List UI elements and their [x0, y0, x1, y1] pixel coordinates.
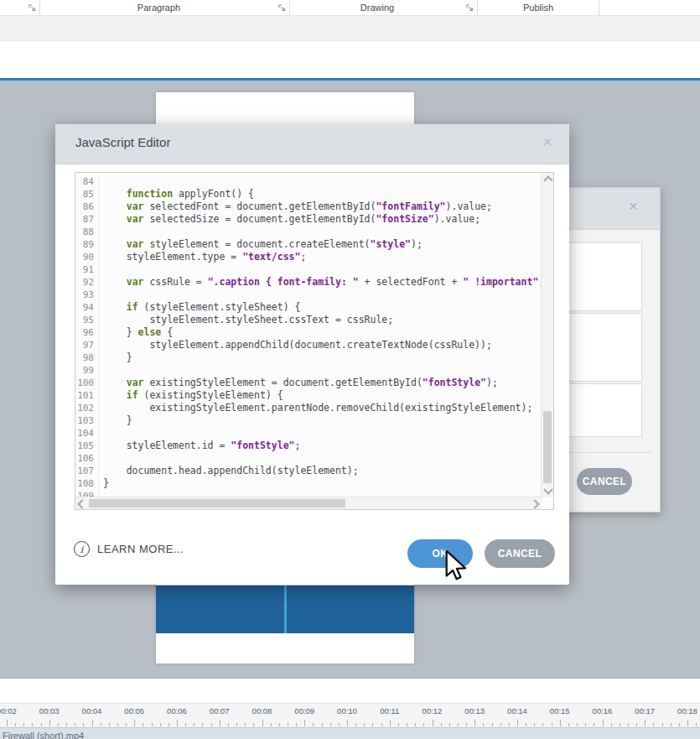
javascript-editor-dialog: JavaScript Editor × 84858687888990919293…	[55, 124, 569, 585]
ruler-tick	[423, 723, 424, 726]
ruler-tick	[645, 720, 646, 726]
ruler-time-label: 00:03	[39, 706, 60, 716]
ruler-tick	[500, 723, 501, 726]
ruler-tick	[679, 723, 680, 726]
code-scroll-area[interactable]: 8485868788899091929394959697989910010110…	[75, 173, 542, 497]
ruler-tick	[245, 723, 246, 726]
ruler-time-label: 00:06	[167, 706, 187, 716]
line-number: 101	[75, 389, 98, 402]
code-line	[103, 427, 542, 440]
scroll-left-icon[interactable]	[77, 499, 86, 508]
close-icon[interactable]: ×	[629, 198, 638, 214]
ruler-time-label: 00:10	[337, 706, 357, 716]
ruler-tick	[509, 723, 510, 726]
line-number: 91	[75, 263, 98, 276]
ruler-tick	[390, 720, 391, 726]
timeline-clip-label: Firewall (short).mp4	[3, 731, 84, 739]
line-number: 106	[75, 452, 98, 465]
line-number: 87	[75, 213, 98, 226]
ruler-tick	[433, 720, 433, 726]
dialog-launcher-icon[interactable]	[29, 4, 37, 13]
line-number: 86	[75, 200, 98, 213]
ruler-tick	[364, 723, 365, 726]
ruler-tick	[75, 723, 75, 726]
ruler-time-label: 00:16	[593, 706, 613, 716]
timeline-ruler[interactable]: 00:0200:0300:0400:0500:0600:0700:0800:09…	[0, 703, 700, 728]
code-line: var selectedSize = document.getElementBy…	[103, 213, 542, 226]
ruler-tick	[687, 720, 688, 726]
ribbon-group-drawing[interactable]: Drawing	[290, 0, 464, 15]
ruler-time-label: 00:11	[380, 706, 399, 716]
dialog-launcher-icon[interactable]	[466, 4, 474, 13]
ruler-time-label: 00:18	[677, 706, 697, 716]
ruler-tick	[560, 720, 561, 726]
close-icon[interactable]: ×	[542, 133, 552, 150]
ruler-tick	[101, 723, 101, 726]
horizontal-scroll-thumb[interactable]	[89, 499, 345, 507]
horizontal-scrollbar[interactable]	[75, 497, 542, 509]
ruler-tick	[92, 720, 93, 726]
code-line: styleElement.id = "fontStyle";	[103, 440, 542, 452]
scroll-right-icon[interactable]	[530, 499, 539, 508]
code-line	[103, 452, 542, 465]
ruler-tick	[594, 723, 594, 726]
code-line: var cssRule = ".caption { font-family: "…	[103, 276, 542, 289]
code-line: }	[103, 414, 542, 427]
ruler-tick	[415, 723, 416, 726]
vertical-scroll-thumb[interactable]	[543, 411, 552, 483]
ruler-tick	[279, 723, 280, 726]
ruler-time-label: 00:09	[294, 706, 314, 716]
scroll-down-icon[interactable]	[543, 485, 552, 494]
line-number: 94	[75, 301, 98, 314]
ruler-tick	[322, 723, 323, 726]
ruler-tick	[143, 723, 143, 726]
ruler-tick	[526, 723, 526, 726]
code-line: if (styleElement.styleSheet) {	[103, 301, 542, 314]
ruler-time-label: 00:14	[507, 706, 527, 716]
ruler-tick	[653, 723, 654, 726]
ruler-tick	[330, 723, 331, 726]
code-editor[interactable]: 8485868788899091929394959697989910010110…	[75, 172, 554, 510]
ruler-tick	[41, 723, 42, 726]
line-number: 93	[75, 289, 98, 301]
ruler-tick	[202, 723, 203, 726]
ruler-tick	[66, 723, 67, 726]
dialog-title: JavaScript Editor	[75, 135, 170, 149]
ruler-tick	[194, 723, 194, 726]
ruler-tick	[220, 720, 220, 726]
line-number: 84	[75, 175, 98, 188]
cancel-button[interactable]: CANCEL	[485, 539, 555, 568]
ruler-tick	[339, 723, 340, 726]
dialog-launcher-icon[interactable]	[278, 4, 287, 13]
code-line: }	[103, 477, 542, 490]
toolbar-band	[0, 41, 700, 78]
line-number: 107	[75, 465, 98, 477]
scroll-up-icon[interactable]	[543, 175, 552, 185]
cancel-button[interactable]: CANCEL	[577, 468, 632, 495]
info-icon: i	[74, 541, 90, 557]
ruler-tick	[603, 720, 604, 726]
code-line: var selectedFont = document.getElementBy…	[103, 200, 542, 213]
line-number: 90	[75, 251, 98, 263]
ruler-time-label: 00:05	[124, 706, 144, 716]
timeline-track[interactable]: Firewall (short).mp4	[0, 727, 700, 739]
ruler-tick	[49, 720, 50, 726]
ruler-tick	[474, 720, 475, 726]
ruler-tick	[262, 720, 263, 726]
learn-more-link[interactable]: i LEARN MORE...	[74, 541, 184, 557]
code-lines[interactable]: function applyFont() { var selectedFont …	[99, 173, 542, 497]
ruler-tick	[83, 723, 84, 726]
ribbon-group-publish[interactable]: Publish	[478, 0, 599, 15]
ruler-tick	[628, 723, 629, 726]
ribbon-group-paragraph[interactable]: Paragraph	[40, 0, 277, 15]
line-number: 104	[75, 427, 98, 440]
ruler-tick	[620, 723, 620, 726]
ribbon-group-label: Paragraph	[137, 3, 180, 13]
ruler-tick	[441, 723, 442, 726]
line-number: 99	[75, 364, 98, 377]
ruler-tick	[253, 723, 254, 726]
ruler-tick	[288, 723, 288, 726]
ruler-tick	[483, 723, 484, 726]
vertical-scrollbar[interactable]	[541, 173, 553, 497]
ruler-tick	[160, 723, 161, 726]
